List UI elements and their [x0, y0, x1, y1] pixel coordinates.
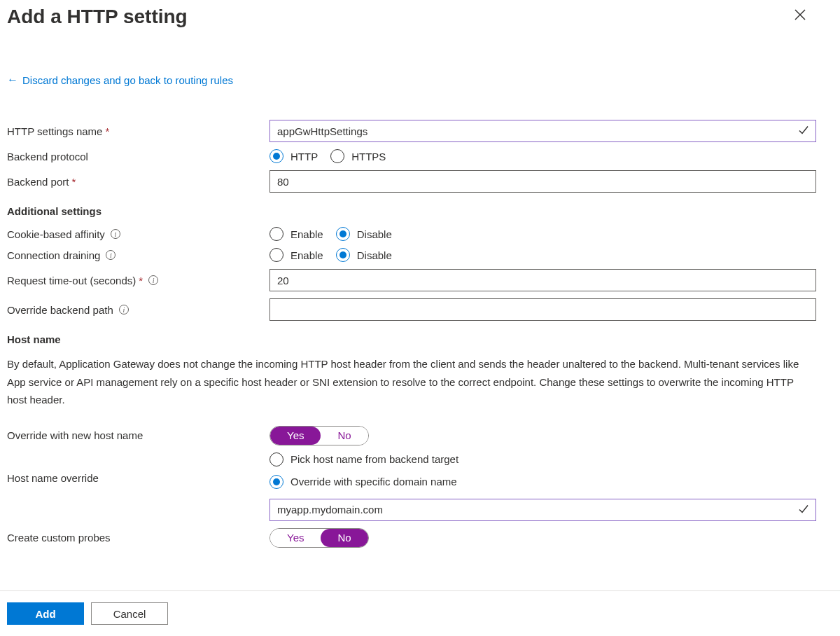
backend-protocol-radios: HTTP HTTPS — [270, 149, 816, 163]
override-backend-path-input[interactable] — [270, 298, 816, 321]
check-icon — [798, 503, 809, 516]
info-icon[interactable]: i — [148, 275, 158, 285]
hostname-override-radios: Pick host name from backend target Overr… — [270, 452, 816, 489]
radio-specific-domain[interactable]: Override with specific domain name — [270, 475, 816, 489]
backend-port-label: Backend port* — [7, 176, 270, 188]
custom-probes-label: Create custom probes — [7, 532, 270, 544]
info-icon[interactable]: i — [119, 305, 129, 314]
check-icon — [798, 125, 809, 138]
toggle-probes-yes[interactable]: Yes — [270, 529, 321, 547]
custom-probes-toggle: Yes No — [270, 528, 369, 548]
toggle-probes-no[interactable]: No — [321, 529, 368, 547]
toggle-override-yes[interactable]: Yes — [270, 427, 321, 445]
add-button[interactable]: Add — [7, 602, 84, 625]
cookie-affinity-radios: Enable Disable — [270, 227, 816, 241]
backend-protocol-label: Backend protocol — [7, 151, 270, 163]
request-timeout-input[interactable] — [270, 269, 816, 291]
connection-draining-label: Connection draining i — [7, 249, 270, 261]
additional-settings-heading: Additional settings — [7, 205, 833, 217]
hostname-description: By default, Application Gateway does not… — [7, 355, 833, 409]
radio-cookie-enable[interactable]: Enable — [270, 227, 323, 241]
radio-drain-enable[interactable]: Enable — [270, 248, 323, 262]
override-backend-path-label: Override backend path i — [7, 304, 270, 316]
radio-http[interactable]: HTTP — [270, 149, 318, 163]
cookie-affinity-label: Cookie-based affinity i — [7, 228, 270, 240]
arrow-left-icon: ← — [7, 74, 18, 86]
page-title: Add a HTTP setting — [7, 6, 188, 28]
info-icon[interactable]: i — [111, 229, 120, 239]
domain-name-input[interactable] — [270, 499, 816, 521]
discard-link-label: Discard changes and go back to routing r… — [22, 74, 233, 86]
discard-link[interactable]: ← Discard changes and go back to routing… — [0, 67, 840, 93]
toggle-override-no[interactable]: No — [321, 427, 368, 445]
settings-name-label: HTTP settings name* — [7, 125, 270, 137]
hostname-heading: Host name — [7, 333, 833, 345]
radio-cookie-disable[interactable]: Disable — [336, 227, 392, 241]
override-hostname-toggle: Yes No — [270, 426, 369, 445]
radio-pick-backend[interactable]: Pick host name from backend target — [270, 452, 816, 466]
override-hostname-label: Override with new host name — [7, 429, 270, 441]
settings-name-input[interactable] — [270, 120, 816, 142]
radio-https[interactable]: HTTPS — [330, 149, 386, 163]
close-icon[interactable] — [791, 6, 809, 26]
cancel-button[interactable]: Cancel — [91, 602, 168, 625]
radio-drain-disable[interactable]: Disable — [336, 248, 392, 262]
hostname-override-label: Host name override — [7, 452, 270, 484]
backend-port-input[interactable] — [270, 170, 816, 193]
request-timeout-label: Request time-out (seconds)* i — [7, 275, 270, 286]
connection-draining-radios: Enable Disable — [270, 248, 816, 262]
info-icon[interactable]: i — [106, 250, 115, 260]
